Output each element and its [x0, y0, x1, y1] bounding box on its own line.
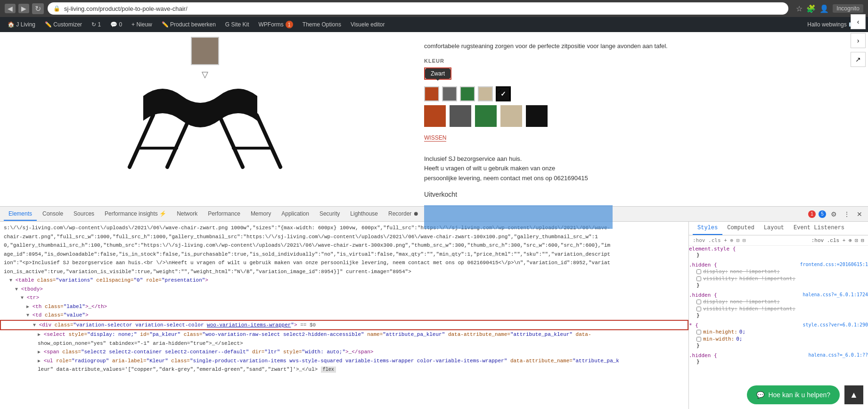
forward-button[interactable]: ▶ — [18, 4, 29, 13]
html-line[interactable]: ion_is_active":true,"variation_is_visibl… — [0, 267, 688, 276]
bookmark-icon[interactable]: ☆ — [796, 4, 802, 13]
wp-admin-customizer[interactable]: ✏️ Customizer — [41, 17, 86, 32]
swatch-copper[interactable] — [424, 86, 439, 101]
svg-line-0 — [130, 115, 153, 167]
browser-controls: ◀ ▶ ↻ — [5, 3, 44, 14]
html-line[interactable]: ▶ <th class="label">_</th> — [0, 302, 688, 311]
tab-performance[interactable]: Performance — [203, 208, 245, 221]
html-line[interactable]: ion":"<p>Inclusief SJ bezorgservice aan … — [0, 259, 688, 267]
service-text: Inclusief SJ bezorgservice aan huis. Hee… — [424, 154, 854, 184]
swatch-darkgrey[interactable] — [442, 86, 457, 101]
styles-panel: Styles Computed Layout Event Listeners :… — [689, 222, 868, 409]
close-devtools-button[interactable]: ✕ — [855, 209, 864, 219]
swatch-sand[interactable] — [478, 86, 493, 101]
wissen-link[interactable]: WISSEN — [424, 134, 446, 142]
product-right: comfortabele rugsteaning zorgen voor de … — [410, 32, 868, 206]
color-swatches-large — [424, 105, 854, 127]
tab-console[interactable]: Console — [38, 208, 68, 221]
swatch-large-zwart[interactable] — [526, 105, 548, 127]
tab-elements[interactable]: Elements — [4, 208, 37, 221]
css-rule-hidden-1: .hidden { frontend.css:=20160615:1 displ… — [689, 262, 868, 288]
wp-admin-wpforms[interactable]: WPForms 1 — [255, 17, 297, 32]
address-bar[interactable]: 🔒 sj-living.com/product/pole-to-pole-wav… — [48, 2, 788, 15]
browser-right: ☆ 🧩 👤 Incognito — [796, 4, 863, 13]
wp-admin-theme-options[interactable]: Theme Options — [299, 17, 345, 32]
tab-sources[interactable]: Sources — [69, 208, 99, 221]
tab-recorder[interactable]: Recorder ⏺ — [384, 208, 424, 221]
wp-admin-visual-editor[interactable]: Visuele editor — [347, 17, 389, 32]
swatch-large-copper[interactable] — [424, 105, 446, 127]
html-line[interactable]: ▶ <select style="display: none;" id="pa_… — [0, 330, 688, 339]
incognito-badge: Incognito — [833, 4, 863, 13]
styles-content[interactable]: element.style { } .hidden { frontend.css… — [689, 246, 868, 409]
css-checkbox[interactable] — [696, 269, 701, 274]
svg-line-3 — [257, 115, 280, 167]
wp-admin-sitekit[interactable]: G Site Kit — [221, 17, 253, 32]
add-to-cart-button[interactable] — [424, 205, 613, 229]
extensions-icon[interactable]: 🧩 — [806, 4, 816, 13]
html-line[interactable]: ▼ <tr> — [0, 293, 688, 302]
html-line[interactable]: age_id":8954,"is_downloadable":false,"is… — [0, 250, 688, 259]
arrow-down-icon[interactable]: ▽ — [202, 69, 208, 80]
html-line[interactable]: ▶ <ul role="radiogroup" aria-label="Kleu… — [0, 357, 688, 366]
css-prop: min-height: 0; — [696, 328, 868, 335]
tab-performance-insights[interactable]: Performance insights ⚡ — [100, 208, 171, 221]
reload-button[interactable]: ↻ — [32, 3, 44, 14]
html-line[interactable]: show_option_none="yes" tabindex="-1" ari… — [0, 339, 688, 348]
scroll-right-button[interactable]: › — [851, 33, 866, 48]
wp-admin-new[interactable]: + Nieuw — [128, 17, 156, 32]
html-line[interactable]: leur" data-attribute_values='["copper","… — [0, 365, 688, 374]
css-prop: min-width: 0; — [696, 335, 868, 342]
wpforms-badge: 1 — [286, 21, 293, 28]
chat-icon: 💬 — [756, 391, 764, 399]
css-checkbox[interactable] — [696, 300, 701, 304]
profile-icon[interactable]: 👤 — [819, 4, 829, 13]
swatch-green[interactable] — [460, 86, 475, 101]
wp-admin-home[interactable]: 🏠 J Living — [4, 17, 39, 32]
html-line[interactable]: ▼ <tbody> — [0, 285, 688, 294]
swatch-zwart-selected[interactable]: ✓ — [496, 86, 511, 101]
chair-svg — [115, 87, 295, 172]
html-line[interactable]: ▶ <span class="select2 select2-container… — [0, 348, 688, 357]
css-rule-star: * { style.css?ver=6.0.1:290 min-height: … — [689, 322, 868, 349]
swatch-large-sand[interactable] — [500, 105, 522, 127]
back-button[interactable]: ◀ — [5, 4, 16, 13]
devtools-content: s:\/\/sj-living.com\/wp-content\/uploads… — [0, 222, 868, 409]
tab-security[interactable]: Security — [315, 208, 344, 221]
css-checkbox[interactable] — [696, 337, 701, 342]
product-description: comfortabele rugsteaning zorgen voor de … — [424, 42, 854, 51]
tab-memory[interactable]: Memory — [246, 208, 276, 221]
product-thumbnail[interactable] — [191, 37, 219, 65]
styles-filter: :hov .cls + ⊕ ⊡ ⊟ — [689, 235, 868, 246]
lock-icon: 🔒 — [53, 5, 60, 12]
html-highlighted-line[interactable]: ▼ <div class="variation-selector variati… — [0, 320, 688, 331]
tab-network[interactable]: Network — [172, 208, 202, 221]
html-line[interactable]: chair-zwart.png","full_src_w":1000,"full… — [0, 233, 688, 242]
scroll-left-button[interactable]: ‹ — [851, 14, 866, 29]
wp-admin-edit-product[interactable]: ✏️ Product bewerken — [158, 17, 220, 32]
wp-admin-messages[interactable]: 💬 0 — [106, 17, 126, 32]
css-prop: visibility: hidden !important; — [696, 275, 868, 282]
html-panel[interactable]: s:\/\/sj-living.com\/wp-content\/uploads… — [0, 222, 689, 409]
product-area: ▽ comfortabele rugsteaning zorgen voor d… — [0, 32, 868, 206]
html-line[interactable]: ▼ <table class="variations" cellspacing=… — [0, 276, 688, 285]
color-swatches-small: ✓ — [424, 86, 854, 101]
chat-button[interactable]: 💬 Hoe kan ik u helpen? — [747, 385, 840, 404]
scroll-up-button[interactable]: ▲ — [844, 385, 863, 404]
share-button[interactable]: ↗ — [851, 52, 866, 67]
filter-options: :hov .cls + ⊕ ⊡ ⊟ — [811, 237, 864, 243]
svg-line-2 — [219, 115, 243, 167]
tab-lighthouse[interactable]: Lighthouse — [345, 208, 383, 221]
css-checkbox[interactable] — [696, 276, 701, 281]
swatch-large-green[interactable] — [475, 105, 497, 127]
html-line[interactable]: ▼ <td class="value"> — [0, 311, 688, 320]
html-line[interactable]: 0,"gallery_thumbnail_src_h":100,"thumb_s… — [0, 241, 688, 250]
swatch-large-darkgrey[interactable] — [450, 105, 471, 127]
css-checkbox[interactable] — [696, 330, 701, 334]
chair-image — [111, 82, 299, 176]
styles-filter-input[interactable] — [693, 237, 810, 243]
wp-admin-username: Hallo webwings — [807, 21, 846, 28]
tab-application[interactable]: Application — [277, 208, 314, 221]
css-checkbox[interactable] — [696, 307, 701, 311]
wp-admin-comments[interactable]: ↻ 1 — [88, 17, 105, 32]
